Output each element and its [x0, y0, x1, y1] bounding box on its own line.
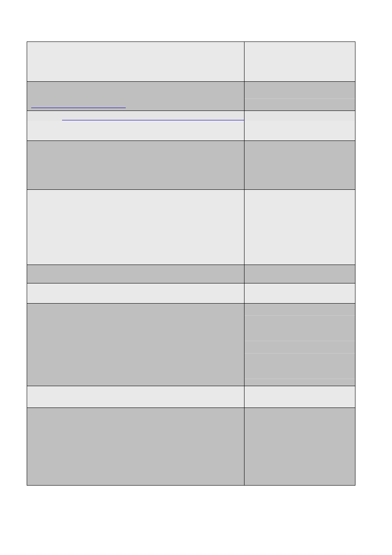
table-cell-right — [244, 111, 355, 141]
table-cell-right — [244, 386, 355, 408]
subtle-band — [244, 353, 355, 354]
table-cell-right — [244, 265, 355, 283]
table-body — [27, 42, 355, 486]
cell-band-bottom — [27, 121, 244, 140]
cell-inner — [27, 190, 244, 265]
table-cell-right — [244, 141, 355, 190]
cell-inner — [244, 82, 355, 111]
table-cell-right — [244, 408, 355, 486]
table-row — [27, 386, 355, 408]
cell-inner — [27, 265, 244, 283]
cell-band-top — [244, 111, 355, 121]
table-cell-left — [27, 386, 244, 408]
cell-inner — [244, 408, 355, 485]
table-row — [27, 265, 355, 283]
cell-band-bottom — [244, 121, 355, 140]
subtle-band — [244, 315, 355, 316]
table-cell-left — [27, 42, 244, 82]
table-row — [27, 111, 355, 141]
cell-inner — [244, 304, 355, 386]
cell-inner — [27, 283, 244, 303]
cell-inner — [27, 42, 244, 81]
cell-inner — [244, 265, 355, 283]
table-row — [27, 408, 355, 486]
cell-inner — [27, 304, 244, 386]
cell-inner — [27, 141, 244, 189]
table-cell-left — [27, 111, 244, 141]
table-row — [27, 141, 355, 190]
table-cell-left — [27, 82, 244, 111]
table-cell-right — [244, 42, 355, 82]
cell-inner — [244, 386, 355, 408]
table-row — [27, 304, 355, 386]
cell-inner — [244, 190, 355, 265]
cell-inner — [27, 408, 244, 485]
table-row — [27, 82, 355, 111]
cell-inner — [244, 141, 355, 189]
table-row — [27, 190, 355, 265]
cell-inner — [244, 283, 355, 303]
table-cell-left — [27, 141, 244, 190]
table-cell-right — [244, 82, 355, 111]
cell-inner — [244, 42, 355, 81]
table-cell-left — [27, 408, 244, 486]
link-underline-icon[interactable] — [31, 108, 126, 108]
table-cell-right — [244, 304, 355, 386]
table-cell-left — [27, 283, 244, 304]
table-row — [27, 42, 355, 82]
table-cell-right — [244, 190, 355, 265]
cell-inner — [27, 386, 244, 408]
subtle-band — [244, 378, 355, 379]
table-cell-left — [27, 265, 244, 283]
cell-inner — [27, 111, 244, 140]
cell-band-top — [27, 111, 244, 121]
subtle-band — [244, 341, 355, 341]
table-cell-left — [27, 304, 244, 386]
cell-inner — [244, 111, 355, 140]
table-cell-left — [27, 190, 244, 265]
content-table — [27, 41, 355, 486]
table-row — [27, 283, 355, 304]
cell-inner — [27, 82, 244, 111]
subtle-band — [244, 98, 355, 99]
table-cell-right — [244, 283, 355, 304]
